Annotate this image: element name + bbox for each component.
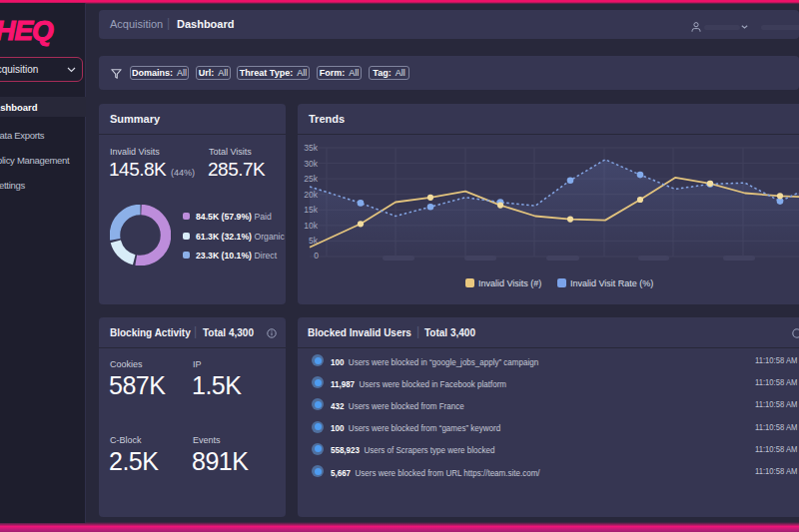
svg-text:35k: 35k [304, 143, 318, 153]
svg-text:30k: 30k [304, 159, 318, 169]
svg-text:25k: 25k [304, 174, 318, 184]
